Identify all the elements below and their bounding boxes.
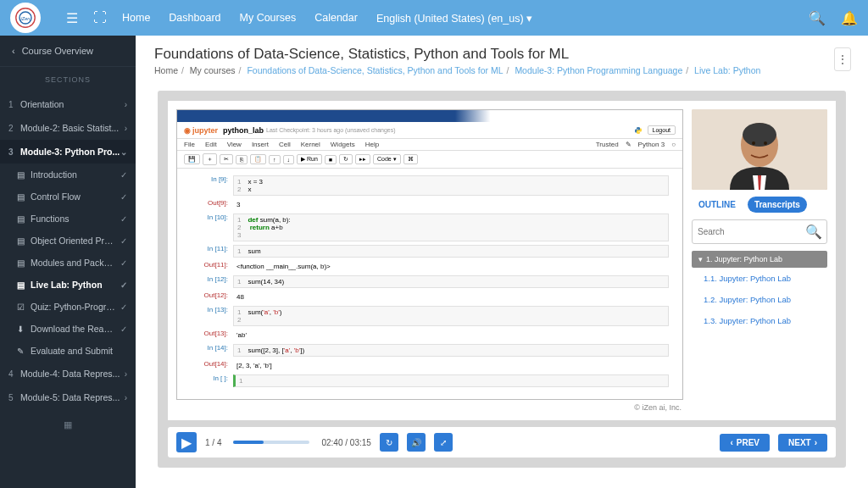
jupyter-cell[interactable]: In [9]:1x = 32x — [191, 175, 669, 196]
nav-dashboard[interactable]: Dashboard — [169, 12, 220, 25]
jupyter-cell[interactable]: In [ ]:1 — [191, 374, 669, 387]
crumb-module[interactable]: Module-3: Python Programming Language — [515, 65, 682, 75]
play-button[interactable]: ▶ — [176, 432, 197, 452]
jupyter-logo: ◉ jupyter — [184, 126, 218, 135]
tb-celltype[interactable]: Code ▾ — [373, 154, 401, 164]
replay-button[interactable]: ↻ — [380, 433, 398, 452]
tb-stop[interactable]: ■ — [325, 155, 337, 164]
search-icon[interactable]: 🔍 — [805, 224, 822, 240]
chevron-right-icon: › — [125, 124, 127, 133]
hamburger-icon[interactable]: ☰ — [66, 10, 78, 26]
search-box[interactable]: 🔍 — [692, 219, 827, 244]
menu-edit[interactable]: Edit — [205, 141, 217, 148]
menu-kernel[interactable]: Kernel — [301, 141, 320, 148]
tb-save[interactable]: 💾 — [184, 154, 200, 164]
nav-calendar[interactable]: Calendar — [314, 12, 358, 25]
jupyter-cell[interactable]: In [11]:1sum — [191, 245, 669, 258]
tb-up[interactable]: ↑ — [269, 155, 281, 164]
sidebar-back[interactable]: ‹ Course Overview — [0, 36, 136, 67]
sidebar-item-controlflow[interactable]: ▤Control Flow✓ — [0, 186, 136, 208]
tb-run[interactable]: ▶ Run — [297, 154, 322, 164]
crumb-home[interactable]: Home — [154, 65, 178, 75]
logo[interactable]: iZen — [10, 3, 41, 33]
svg-point-6 — [752, 141, 755, 145]
kernel-label[interactable]: Python 3 — [638, 141, 665, 148]
tb-paste[interactable]: 📋 — [250, 154, 266, 164]
sidebar-item-functions[interactable]: ▤Functions✓ — [0, 208, 136, 230]
jupyter-cell[interactable]: Out[13]:'ab' — [191, 330, 669, 341]
options-button[interactable]: ⋮ — [834, 47, 851, 71]
check-icon: ✓ — [120, 236, 127, 246]
chevron-left-icon: ‹ — [12, 46, 15, 56]
topbar: iZen ☰ ⛶ Home Dashboard My Courses Calen… — [0, 0, 868, 36]
jupyter-menu: File Edit View Insert Cell Kernel Widget… — [177, 139, 682, 151]
jupyter-cell[interactable]: In [14]:1sum([2, 3], ['a', 'b']) — [191, 344, 669, 357]
menu-help[interactable]: Help — [365, 141, 379, 148]
notebook-title[interactable]: python_lab — [223, 126, 264, 135]
nav-language[interactable]: English (United States) (en_us) ▾ — [376, 12, 532, 25]
jupyter-cell[interactable]: In [10]:1def sum(a, b):2 return a+b3 — [191, 214, 669, 241]
chevron-right-icon: › — [125, 100, 127, 109]
volume-button[interactable]: 🔊 — [407, 433, 426, 452]
crumb-mycourses[interactable]: My courses — [190, 65, 236, 75]
tb-add[interactable]: ＋ — [203, 153, 217, 165]
crumb-current[interactable]: Live Lab: Python — [694, 65, 760, 75]
transcript-section-head[interactable]: ▾1. Jupyter: Python Lab — [692, 251, 827, 268]
menu-widgets[interactable]: Widgets — [331, 141, 355, 148]
copyright: © iZen ai, Inc. — [176, 400, 683, 412]
sidebar-item-submit[interactable]: ✎Evaluate and Submit — [0, 340, 136, 362]
jupyter-cell[interactable]: Out[9]:3 — [191, 199, 669, 210]
tab-transcripts[interactable]: Transcripts — [748, 197, 807, 213]
tb-copy[interactable]: ⎘ — [236, 155, 248, 164]
tb-ff[interactable]: ▸▸ — [355, 154, 370, 164]
menu-view[interactable]: View — [227, 141, 242, 148]
tb-cmd[interactable]: ⌘ — [403, 154, 418, 164]
jupyter-cell[interactable]: In [13]:1sum('a', 'b')2 — [191, 306, 669, 326]
crumb-course[interactable]: Foundations of Data-Science, Statistics,… — [247, 65, 503, 75]
nav-links: Home Dashboard My Courses Calendar Engli… — [122, 12, 532, 25]
transcript-item[interactable]: 1.1. Jupyter: Python Lab — [692, 268, 827, 289]
search-icon[interactable]: 🔍 — [809, 10, 826, 26]
tb-cut[interactable]: ✂ — [220, 154, 233, 164]
next-button[interactable]: NEXT› — [778, 434, 827, 452]
chevron-right-icon: › — [125, 369, 127, 379]
chevron-right-icon: › — [815, 438, 817, 447]
transcript-item[interactable]: 1.2. Jupyter: Python Lab — [692, 289, 827, 310]
notification-icon[interactable]: 🔔 — [841, 10, 858, 26]
pencil-icon[interactable]: ✎ — [626, 141, 632, 148]
search-input[interactable] — [698, 227, 805, 236]
tb-down[interactable]: ↓ — [283, 155, 295, 164]
progress-bar[interactable] — [233, 441, 309, 444]
menu-file[interactable]: File — [184, 141, 195, 148]
prev-button[interactable]: ‹PREV — [720, 434, 770, 452]
sidebar-section-3[interactable]: 3Module-3: Python Pro...⌄ — [0, 140, 136, 164]
sidebar-item-download[interactable]: ⬇Download the Readme...✓ — [0, 318, 136, 340]
check-icon: ✓ — [120, 170, 127, 180]
sidebar-section-1[interactable]: 1Orientation› — [0, 92, 136, 116]
jupyter-cell[interactable]: Out[14]:[2, 3, 'a', 'b'] — [191, 360, 669, 371]
nav-mycourses[interactable]: My Courses — [240, 12, 297, 25]
sidebar-section-4[interactable]: 4Module-4: Data Repres...› — [0, 362, 136, 385]
sidebar-section-2[interactable]: 2Module-2: Basic Statist...› — [0, 116, 136, 140]
sidebar-collapse-icon[interactable]: ▦ — [0, 409, 136, 441]
tb-restart[interactable]: ↻ — [339, 154, 353, 164]
fullscreen-icon[interactable]: ⛶ — [93, 10, 107, 25]
jupyter-cell[interactable]: Out[12]:48 — [191, 291, 669, 302]
nav-home[interactable]: Home — [122, 12, 150, 25]
sidebar-item-oop[interactable]: ▤Object Oriented Progr...✓ — [0, 230, 136, 252]
sidebar-item-modules[interactable]: ▤Modules and Packages✓ — [0, 252, 136, 274]
sidebar-item-livelab[interactable]: ▤Live Lab: Python✓ — [0, 274, 136, 296]
jupyter-cell[interactable]: In [12]:1sum(14, 34) — [191, 275, 669, 288]
menu-cell[interactable]: Cell — [279, 141, 291, 148]
sidebar-section-5[interactable]: 5Module-5: Data Repres...› — [0, 385, 136, 409]
menu-insert[interactable]: Insert — [252, 141, 269, 148]
jupyter-cell[interactable]: Out[11]:<function __main__.sum(a, b)> — [191, 261, 669, 272]
fullscreen-button[interactable]: ⤢ — [434, 433, 453, 452]
jupyter-cells[interactable]: In [9]:1x = 32xOut[9]:3In [10]:1def sum(… — [177, 169, 682, 399]
transcript-item[interactable]: 1.3. Jupyter: Python Lab — [692, 310, 827, 331]
tab-outline[interactable]: OUTLINE — [692, 197, 743, 213]
sidebar-item-intro[interactable]: ▤Introduction✓ — [0, 164, 136, 186]
logout-button[interactable]: Logout — [648, 125, 676, 135]
side-panel: OUTLINE Transcripts 🔍 ▾1. Jupyter: Pytho… — [692, 109, 827, 412]
sidebar-item-quiz[interactable]: ☑Quiz: Python-Program...✓ — [0, 296, 136, 318]
